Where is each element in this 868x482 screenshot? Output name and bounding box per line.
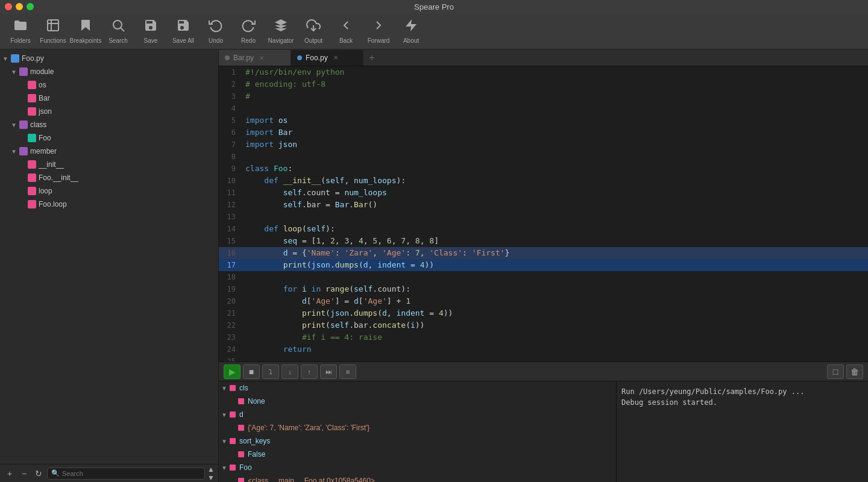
tab-label-foopy: Foo.py <box>306 54 328 62</box>
tab-dot <box>297 55 302 60</box>
var-item-none[interactable]: None <box>219 395 616 408</box>
code-editor[interactable]: 1 #!/usr/bin/env python 2 # encoding: ut… <box>219 66 868 362</box>
tree-item-os[interactable]: os <box>0 78 218 92</box>
code-line-18: 18 <box>219 271 868 283</box>
tree-item-json[interactable]: json <box>0 105 218 118</box>
bottom-panel: ▶ ■ ⤵ ↓ ↑ ⏭ ≡ □ 🗑 ▼ cls <box>219 362 868 482</box>
toolbar-item-forward[interactable]: Forward <box>363 15 394 48</box>
continue-button[interactable]: ⏭ <box>320 365 337 379</box>
tree-arrow: ▼ <box>11 69 19 75</box>
frames-button[interactable]: ≡ <box>339 365 356 379</box>
tab-close-barpy[interactable]: ✕ <box>257 54 266 62</box>
var-item-false[interactable]: False <box>219 448 616 461</box>
about-label: About <box>403 37 419 44</box>
run-button[interactable]: ▶ <box>224 365 241 379</box>
step-into-button[interactable]: ↓ <box>281 365 298 379</box>
var-item-foo-value[interactable]: <class __main__.Foo at 0x1058a5460> <box>219 474 616 482</box>
foo-loop-icon <box>28 200 36 208</box>
minimize-button[interactable] <box>16 3 23 10</box>
toolbar-item-save[interactable]: Save <box>135 15 166 48</box>
var-item-foo[interactable]: ▼ Foo <box>219 461 616 474</box>
tree-item-foo-class[interactable]: Foo <box>0 131 218 145</box>
tab-close-foopy[interactable]: ✕ <box>332 54 340 62</box>
json-icon <box>28 107 36 116</box>
var-item-d-value[interactable]: {'Age': 7, 'Name': 'Zara', 'Class': 'Fir… <box>219 421 616 434</box>
tree-label-member: member <box>30 147 57 155</box>
module-icon <box>19 67 28 76</box>
tree-label-foo-loop: Foo.loop <box>39 200 67 208</box>
var-icon <box>230 412 236 418</box>
code-line-14: 14 def loop(self): <box>219 223 868 235</box>
toolbar-item-about[interactable]: About <box>395 15 427 48</box>
var-icon <box>238 478 244 482</box>
toolbar-item-navigator[interactable]: Navigator <box>265 15 297 48</box>
save-icon <box>143 18 158 35</box>
tree-label-init: __init__ <box>39 160 64 169</box>
toolbar-item-functions[interactable]: Functions <box>37 15 69 48</box>
bar-icon <box>28 94 36 102</box>
tree-item-foo-init[interactable]: Foo.__init__ <box>0 171 218 184</box>
folders-label: Folders <box>10 37 30 44</box>
var-item-sort-keys[interactable]: ▼ sort_keys <box>219 434 616 448</box>
tab-barpy[interactable]: Bar.py ✕ <box>219 50 291 66</box>
toolbar-item-back[interactable]: Back <box>330 15 362 48</box>
tree-arrow: ▼ <box>2 55 11 62</box>
back-icon <box>339 18 353 35</box>
tree-item-foopy[interactable]: ▼ Foo.py <box>0 52 218 65</box>
toolbar-item-output[interactable]: Output <box>298 15 329 48</box>
tree-item-member[interactable]: ▼ member <box>0 145 218 158</box>
toolbar-item-folders[interactable]: Folders <box>5 15 36 48</box>
tree-item-loop[interactable]: loop <box>0 184 218 198</box>
foo-init-icon <box>28 174 36 182</box>
code-line-17: 17 print(json.dumps(d, indent = 4)) <box>219 259 868 271</box>
step-out-button[interactable]: ↑ <box>301 365 318 379</box>
var-icon <box>238 451 244 457</box>
toolbar-item-undo[interactable]: Undo <box>200 15 231 48</box>
tree-item-module[interactable]: ▼ module <box>0 65 218 78</box>
tree-item-class[interactable]: ▼ class <box>0 118 218 131</box>
toolbar-item-save-all[interactable]: Save All <box>168 15 199 48</box>
undo-icon <box>209 18 223 35</box>
os-icon <box>28 81 36 89</box>
console-panel: Run /Users/yeung/Public/samples/Foo.py .… <box>617 381 868 482</box>
class-icon <box>19 120 28 129</box>
add-button[interactable]: + <box>4 468 16 480</box>
tab-foopy[interactable]: Foo.py ✕ <box>291 50 363 66</box>
clear-button[interactable]: 🗑 <box>846 365 863 379</box>
close-button[interactable] <box>5 3 12 10</box>
tree-item-init[interactable]: __init__ <box>0 158 218 171</box>
var-icon <box>238 425 244 431</box>
toolbar-item-search[interactable]: Search <box>102 15 134 48</box>
refresh-button[interactable]: ↻ <box>33 468 45 480</box>
editor-area: Bar.py ✕ Foo.py ✕ + 1 #!/usr/bin/env pyt… <box>219 49 868 482</box>
var-item-cls[interactable]: ▼ cls <box>219 381 616 395</box>
maximize-button[interactable] <box>27 3 34 10</box>
tree-label-foo-class: Foo <box>39 134 51 142</box>
traffic-lights <box>5 3 34 10</box>
redo-icon <box>241 18 256 35</box>
scroll-up-button[interactable]: ▲▼ <box>207 465 215 482</box>
tree-item-foo-loop[interactable]: Foo.loop <box>0 198 218 211</box>
var-item-d[interactable]: ▼ d <box>219 408 616 421</box>
tab-bar: Bar.py ✕ Foo.py ✕ + <box>219 49 868 66</box>
toolbar-item-redo[interactable]: Redo <box>233 15 264 48</box>
save-label: Save <box>144 37 158 44</box>
app-title: Speare Pro <box>414 2 454 11</box>
sidebar-search-box[interactable]: 🔍 <box>47 468 205 480</box>
sidebar-search-input[interactable] <box>62 470 201 477</box>
panel-toggle-button[interactable]: □ <box>827 365 844 379</box>
svg-point-1 <box>113 20 122 29</box>
remove-button[interactable]: − <box>18 468 30 480</box>
tab-dot <box>225 55 230 60</box>
bottom-toolbar: ▶ ■ ⤵ ↓ ↑ ⏭ ≡ □ 🗑 <box>219 362 868 381</box>
toolbar-item-breakpoints[interactable]: Breakpoints <box>70 15 101 48</box>
code-line-7: 7 import json <box>219 139 868 151</box>
code-line-11: 11 self.count = num_loops <box>219 187 868 199</box>
tab-add-button[interactable]: + <box>363 50 380 66</box>
functions-label: Functions <box>40 37 66 44</box>
code-line-21: 21 print(json.dumps(d, indent = 4)) <box>219 307 868 319</box>
tree-item-bar[interactable]: Bar <box>0 92 218 105</box>
code-line-13: 13 <box>219 211 868 223</box>
step-over-button[interactable]: ⤵ <box>262 365 279 379</box>
stop-button[interactable]: ■ <box>243 365 260 379</box>
